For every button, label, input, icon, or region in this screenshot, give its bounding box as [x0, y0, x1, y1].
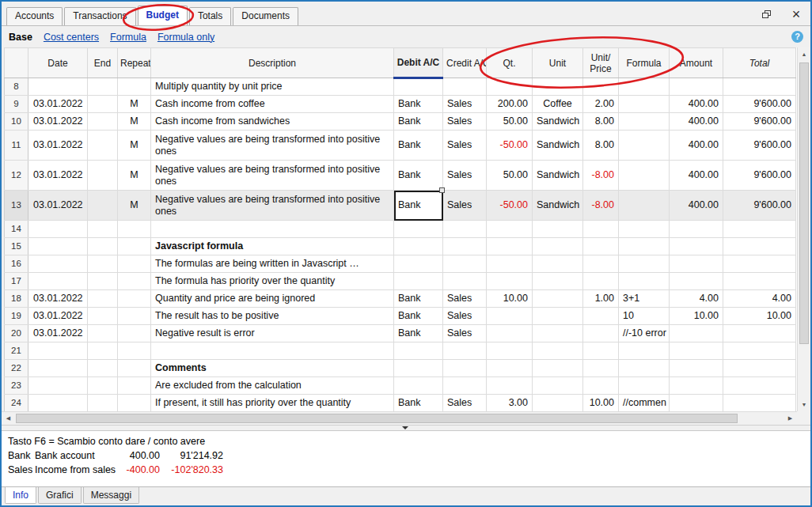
cell-formula[interactable]: 10 [619, 308, 670, 325]
cell-formula[interactable]: //commen [619, 395, 670, 412]
cell-desc[interactable]: Negative values are being transformed in… [151, 161, 394, 191]
cell-formula[interactable] [619, 238, 670, 255]
tab-transactions[interactable]: Transactions [64, 7, 135, 25]
cell-price[interactable] [583, 238, 619, 255]
table-row[interactable]: 21 [5, 342, 796, 360]
cell-unit[interactable] [533, 273, 583, 290]
cell-qt[interactable] [487, 342, 533, 360]
cell-end[interactable] [88, 395, 118, 412]
cell-total[interactable] [723, 360, 796, 377]
cell-price[interactable]: 2.00 [583, 96, 619, 113]
table-row[interactable]: 23Are excluded from the calculation [5, 377, 796, 395]
cell-desc[interactable]: The result has to be positive [151, 308, 394, 325]
view-link-formula-only[interactable]: Formula only [157, 32, 214, 43]
cell-formula[interactable] [619, 221, 670, 238]
cell-total[interactable] [723, 221, 796, 238]
col-header-date[interactable]: Date [28, 48, 88, 78]
cell-credit[interactable]: Sales [443, 161, 487, 191]
cell-credit[interactable]: Sales [443, 113, 487, 131]
cell-end[interactable] [88, 360, 118, 377]
cell-qt[interactable]: 50.00 [487, 161, 533, 191]
cell-end[interactable] [88, 96, 118, 113]
col-header-formula[interactable]: Formula [619, 48, 670, 78]
cell-credit[interactable] [443, 360, 487, 377]
cell-price[interactable]: 10.00 [583, 395, 619, 412]
table-row[interactable]: 15Javascript formula [5, 238, 796, 255]
cell-date[interactable]: 03.01.2022 [28, 96, 88, 113]
cell-repeat[interactable] [118, 273, 151, 290]
row-number[interactable]: 21 [5, 342, 28, 360]
table-row[interactable]: 1903.01.2022The result has to be positiv… [5, 308, 796, 325]
cell-total[interactable]: 10.00 [723, 308, 796, 325]
scroll-left-icon[interactable]: ◀ [2, 412, 15, 425]
cell-price[interactable] [583, 221, 619, 238]
cell-amount[interactable] [670, 377, 723, 395]
tab-messaggi[interactable]: Messaggi [83, 487, 139, 504]
cell-total[interactable]: 4.00 [723, 290, 796, 308]
cell-formula[interactable] [619, 255, 670, 273]
cell-total[interactable] [723, 395, 796, 412]
cell-total[interactable] [723, 255, 796, 273]
cell-amount[interactable]: 400.00 [670, 113, 723, 131]
cell-formula[interactable]: //-10 error [619, 325, 670, 342]
help-icon[interactable]: ? [791, 31, 803, 43]
cell-unit[interactable] [533, 290, 583, 308]
cell-desc[interactable]: Javascript formula [151, 238, 394, 255]
splitter-handle-icon[interactable] [402, 426, 408, 429]
view-base-label[interactable]: Base [9, 32, 32, 43]
cell-desc[interactable]: Negative values are being transformed in… [151, 131, 394, 161]
cell-qt[interactable]: 200.00 [487, 96, 533, 113]
cell-credit[interactable]: Sales [443, 395, 487, 412]
cell-credit[interactable] [443, 377, 487, 395]
row-number[interactable]: 15 [5, 238, 28, 255]
cell-unit[interactable] [533, 308, 583, 325]
cell-debit[interactable]: Bank [394, 290, 443, 308]
cell-end[interactable] [88, 238, 118, 255]
cell-qt[interactable] [487, 221, 533, 238]
panel-splitter[interactable] [2, 425, 810, 430]
cell-desc[interactable] [151, 221, 394, 238]
cell-credit[interactable] [443, 78, 487, 96]
cell-amount[interactable]: 400.00 [670, 161, 723, 191]
row-number[interactable]: 20 [5, 325, 28, 342]
cell-formula[interactable] [619, 273, 670, 290]
table-row[interactable]: 22Comments [5, 360, 796, 377]
cell-total[interactable] [723, 78, 796, 96]
table-row[interactable]: 1303.01.2022MNegative values are being t… [5, 191, 796, 221]
cell-price[interactable] [583, 342, 619, 360]
col-header-credit[interactable]: Credit A/C [443, 48, 487, 78]
cell-unit[interactable]: Sandwich [533, 161, 583, 191]
cell-amount[interactable]: 400.00 [670, 191, 723, 221]
cell-qt[interactable] [487, 78, 533, 96]
cell-date[interactable]: 03.01.2022 [28, 308, 88, 325]
cell-unit[interactable] [533, 78, 583, 96]
cell-date[interactable]: 03.01.2022 [28, 161, 88, 191]
table-row[interactable]: 2003.01.2022Negative result is errorBank… [5, 325, 796, 342]
cell-end[interactable] [88, 308, 118, 325]
row-number[interactable]: 18 [5, 290, 28, 308]
col-header-end[interactable]: End [88, 48, 118, 78]
row-number[interactable]: 11 [5, 131, 28, 161]
cell-price[interactable]: 1.00 [583, 290, 619, 308]
cell-credit[interactable]: Sales [443, 308, 487, 325]
cell-credit[interactable] [443, 342, 487, 360]
cell-end[interactable] [88, 191, 118, 221]
view-link-cost-centers[interactable]: Cost centers [44, 32, 99, 43]
cell-qt[interactable]: 50.00 [487, 113, 533, 131]
table-row[interactable]: 1103.01.2022MNegative values are being t… [5, 131, 796, 161]
col-header-unit-price[interactable]: Unit/Price [583, 48, 619, 78]
row-number[interactable]: 23 [5, 377, 28, 395]
cell-repeat[interactable] [118, 221, 151, 238]
cell-date[interactable]: 03.01.2022 [28, 191, 88, 221]
cell-date[interactable] [28, 395, 88, 412]
cell-repeat[interactable] [118, 342, 151, 360]
cell-end[interactable] [88, 273, 118, 290]
col-header-qt[interactable]: Qt. [487, 48, 533, 78]
table-row[interactable]: 1803.01.2022Quantity and price are being… [5, 290, 796, 308]
cell-desc[interactable] [151, 342, 394, 360]
cell-qt[interactable] [487, 308, 533, 325]
cell-total[interactable]: 9'600.00 [723, 131, 796, 161]
row-number[interactable]: 13 [5, 191, 28, 221]
cell-credit[interactable]: Sales [443, 290, 487, 308]
cell-debit[interactable] [394, 377, 443, 395]
